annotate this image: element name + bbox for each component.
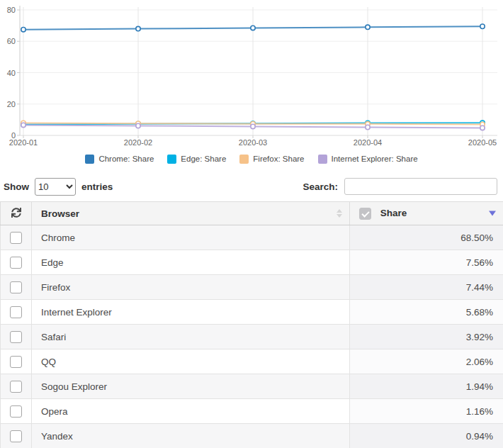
data-point-chrome-share[interactable] <box>480 24 485 28</box>
data-point-internet-explorer-share[interactable] <box>366 125 370 129</box>
table-controls: Show 10 entries Search: <box>0 176 503 197</box>
share-cell: 5.68% <box>350 300 503 325</box>
row-checkbox[interactable] <box>10 306 22 318</box>
share-column-header[interactable]: Share <box>350 202 503 225</box>
data-point-internet-explorer-share[interactable] <box>480 125 485 130</box>
legend-item-chrome-share[interactable]: Chrome: Share <box>85 155 154 164</box>
row-checkbox[interactable] <box>10 405 22 418</box>
row-checkbox[interactable] <box>10 356 22 368</box>
row-checkbox[interactable] <box>10 430 22 442</box>
search-control: Search: <box>303 178 497 195</box>
checkbox-cell <box>1 325 32 349</box>
legend-label: Internet Explorer: Share <box>332 155 418 163</box>
y-axis-labels: 020406080 <box>7 6 20 140</box>
browser-share-chart: 0204060802020-012020-022020-032020-04202… <box>0 0 503 166</box>
legend-swatch <box>85 155 94 164</box>
page: 0204060802020-012020-022020-032020-04202… <box>0 0 503 448</box>
legend-item-edge-share[interactable]: Edge: Share <box>167 155 226 164</box>
browser-column-header[interactable]: Browser <box>32 202 350 225</box>
data-point-chrome-share[interactable] <box>136 26 140 30</box>
browser-table-body: Chrome68.50%Edge7.56%Firefox7.44%Interne… <box>1 225 503 448</box>
refresh-column-header <box>1 202 32 225</box>
share-cell: 7.56% <box>350 250 503 275</box>
share-cell: 3.92% <box>350 325 503 349</box>
share-column-checkbox[interactable] <box>359 208 371 220</box>
browser-cell: QQ <box>32 349 350 374</box>
share-cell: 68.50% <box>350 225 503 250</box>
table-row: Opera1.16% <box>1 399 503 424</box>
chart-legend: Chrome: ShareEdge: ShareFirefox: ShareIn… <box>0 152 503 166</box>
checkbox-cell <box>1 399 32 424</box>
row-checkbox[interactable] <box>10 281 22 293</box>
checkbox-cell <box>1 225 32 250</box>
checkbox-cell <box>1 424 32 448</box>
browser-column-label: Browser <box>41 208 79 219</box>
checkbox-cell <box>1 374 32 399</box>
share-line-chart: 0204060802020-012020-022020-032020-04202… <box>0 0 503 150</box>
row-checkbox[interactable] <box>10 257 22 269</box>
x-axis-tick-label: 2020-05 <box>468 138 497 147</box>
legend-label: Edge: Share <box>181 155 226 163</box>
legend-item-firefox-share[interactable]: Firefox: Share <box>239 155 304 164</box>
row-checkbox[interactable] <box>10 331 22 343</box>
checkbox-cell <box>1 300 32 325</box>
y-axis-tick-label: 20 <box>7 100 16 108</box>
x-axis-labels: 2020-012020-022020-032020-042020-05 <box>9 138 497 147</box>
browser-cell: Safari <box>32 325 350 349</box>
legend-swatch <box>239 155 249 164</box>
y-axis-tick-label: 40 <box>7 69 16 77</box>
refresh-icon[interactable] <box>11 208 21 218</box>
data-point-chrome-share[interactable] <box>21 27 26 31</box>
browser-cell: Firefox <box>32 275 350 300</box>
browser-cell: Chrome <box>32 225 350 250</box>
table-header-row: Browser Share <box>1 202 503 225</box>
row-checkbox[interactable] <box>10 232 22 244</box>
table-row: Sogou Explorer1.94% <box>1 374 503 399</box>
data-point-chrome-share[interactable] <box>251 26 255 30</box>
data-point-internet-explorer-share[interactable] <box>21 123 26 127</box>
row-checkbox[interactable] <box>10 381 22 393</box>
sort-desc-icon <box>489 211 496 216</box>
page-length-control: Show 10 entries <box>4 178 113 196</box>
entries-label: entries <box>81 181 113 192</box>
table-row: QQ2.06% <box>1 349 503 374</box>
browser-share-table: Browser Share Chrome68.50%Edge7.56%Firef… <box>0 201 503 448</box>
data-point-internet-explorer-share[interactable] <box>251 124 255 128</box>
table-row: Edge7.56% <box>1 250 503 275</box>
share-cell: 1.16% <box>350 399 503 424</box>
legend-swatch <box>318 155 327 164</box>
share-column-label: Share <box>380 208 407 218</box>
x-axis-tick-label: 2020-02 <box>124 138 152 147</box>
y-axis-tick-label: 60 <box>7 37 16 45</box>
data-point-chrome-share[interactable] <box>366 25 370 29</box>
legend-swatch <box>167 155 176 164</box>
checkbox-cell <box>1 250 32 275</box>
legend-label: Firefox: Share <box>253 155 304 163</box>
x-axis-tick-label: 2020-04 <box>354 138 382 147</box>
search-input[interactable] <box>344 178 497 195</box>
share-cell: 1.94% <box>350 374 503 399</box>
x-axis-tick-label: 2020-01 <box>9 138 38 147</box>
page-length-select[interactable]: 10 <box>35 178 76 196</box>
show-label: Show <box>4 181 29 192</box>
data-point-internet-explorer-share[interactable] <box>136 123 140 128</box>
sort-both-icon <box>337 209 342 218</box>
browser-cell: Internet Explorer <box>32 300 350 325</box>
browser-cell: Opera <box>32 399 350 424</box>
share-cell: 7.44% <box>350 275 503 300</box>
y-axis-tick-label: 80 <box>7 6 16 14</box>
legend-item-internet-explorer-share[interactable]: Internet Explorer: Share <box>318 155 418 164</box>
table-row: Safari3.92% <box>1 325 503 349</box>
table-row: Internet Explorer5.68% <box>1 300 503 325</box>
browser-cell: Edge <box>32 250 350 275</box>
share-cell: 0.94% <box>350 424 503 448</box>
checkbox-cell <box>1 349 32 374</box>
browser-cell: Yandex <box>32 424 350 448</box>
browser-cell: Sogou Explorer <box>32 374 350 399</box>
table-row: Firefox7.44% <box>1 275 503 300</box>
x-axis-tick-label: 2020-03 <box>239 138 267 147</box>
search-label: Search: <box>303 181 338 192</box>
table-row: Yandex0.94% <box>1 424 503 448</box>
legend-label: Chrome: Share <box>98 155 154 163</box>
share-cell: 2.06% <box>350 349 503 374</box>
